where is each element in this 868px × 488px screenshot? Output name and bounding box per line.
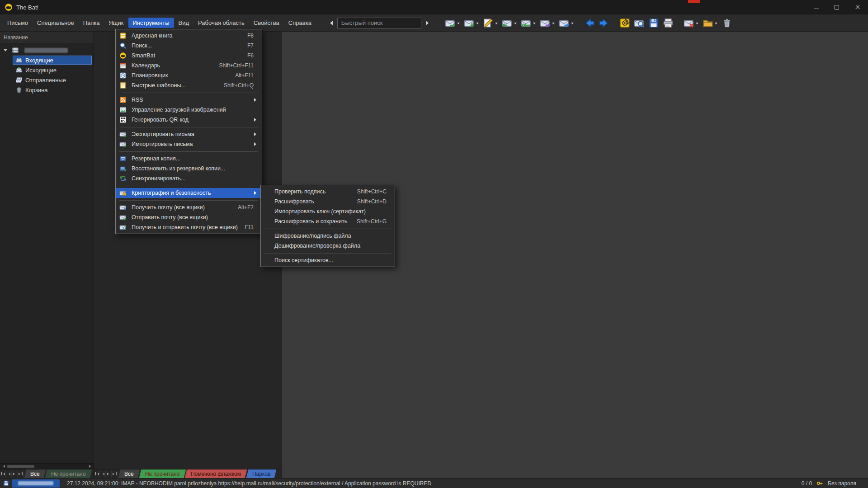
menubar-item-mailbox[interactable]: Ящик	[104, 18, 128, 28]
account-row[interactable]	[0, 45, 94, 55]
list-tab-parked[interactable]: Парков	[246, 469, 277, 478]
next-tab-button[interactable]	[12, 469, 18, 478]
search-mail-button[interactable]	[632, 16, 646, 30]
delete-button[interactable]	[682, 16, 701, 30]
move-to-folder-button[interactable]	[701, 16, 720, 30]
maximize-button[interactable]	[826, 0, 847, 14]
list-next-tab-button[interactable]	[106, 469, 112, 478]
dropdown-arrow-icon[interactable]	[715, 23, 717, 26]
list-tab-unread[interactable]: Не прочитано	[139, 469, 185, 478]
reply-button[interactable]	[500, 16, 519, 30]
menubar-item-workspace[interactable]: Рабочая область	[193, 18, 249, 28]
menu-item-search[interactable]: Поиск... F7	[116, 41, 262, 51]
submenu-item-search-certificates[interactable]: Поиск сертификатов...	[261, 255, 395, 265]
list-last-tab-button[interactable]	[112, 469, 118, 478]
first-tab-button[interactable]	[0, 469, 6, 478]
dropdown-arrow-icon[interactable]	[552, 23, 555, 26]
menubar-item-message[interactable]: Письмо	[3, 18, 33, 28]
menu-item-crypto[interactable]: Криптография и безопасность	[116, 188, 262, 198]
menubar-item-folder[interactable]: Папка	[79, 18, 104, 28]
menu-item-backup[interactable]: Резервная копия...	[116, 154, 262, 164]
list-first-tab-button[interactable]	[94, 469, 100, 478]
menu-item-quick-templates[interactable]: Быстрые шаблоны... Shift+Ctrl+Q	[116, 80, 262, 90]
list-prev-tab-button[interactable]	[100, 469, 106, 478]
get-new-mail-button[interactable]	[462, 16, 481, 30]
menubar-item-special[interactable]: Специальное	[33, 18, 79, 28]
folder-pane-header[interactable]: Название	[0, 32, 94, 43]
menu-item-image-download[interactable]: Управление загрузкой изображений	[116, 105, 262, 115]
submenu-item-verify-signature[interactable]: Проверить подпись Shift+Ctrl+C	[261, 187, 395, 197]
dropdown-arrow-icon[interactable]	[696, 23, 698, 26]
list-tab-all[interactable]: Все	[118, 469, 140, 478]
menu-item-send-mail-all[interactable]: Отправить почту (все ящики)	[116, 212, 262, 222]
submenu-item-import-key[interactable]: Импортировать ключ (сертификат)	[261, 206, 395, 216]
check-mail-button[interactable]	[443, 16, 462, 30]
menubar-item-help[interactable]: Справка	[284, 18, 316, 28]
mail-getsend-icon	[119, 224, 127, 231]
submenu-item-decrypt-save[interactable]: Расшифровать и сохранить Shift+Ctrl+G	[261, 216, 395, 226]
redirect-button[interactable]	[557, 16, 576, 30]
menu-item-export-mail[interactable]: Экспортировать письма	[116, 129, 262, 139]
dropdown-arrow-icon[interactable]	[571, 23, 574, 26]
last-tab-button[interactable]	[18, 469, 24, 478]
at-book-icon	[619, 18, 630, 28]
search-prev-button[interactable]	[326, 18, 336, 28]
shortcut-label: Shift+Ctrl+Q	[224, 82, 254, 89]
folder-outbox[interactable]: Исходящие	[0, 65, 94, 75]
menu-item	[116, 149, 262, 154]
menu-item-import-mail[interactable]: Импортировать письма	[116, 139, 262, 149]
password-status[interactable]: Без пароля	[828, 480, 856, 487]
menu-item-sync[interactable]: Синхронизировать...	[116, 174, 262, 183]
folder-inbox[interactable]: Входящие	[0, 55, 94, 65]
address-book-button[interactable]	[618, 16, 632, 30]
menu-item-get-send-all[interactable]: Получить и отправить почту (все ящики) F…	[116, 222, 262, 232]
menu-item-smartbat[interactable]: SmartBat F6	[116, 51, 262, 61]
dropdown-arrow-icon[interactable]	[514, 23, 517, 26]
expander-icon[interactable]	[2, 47, 9, 54]
minimize-button[interactable]	[806, 0, 826, 14]
prev-unread-button[interactable]	[582, 16, 597, 30]
folder-sent[interactable]: Отправленные	[0, 75, 94, 85]
menu-item-restore[interactable]: Восстановить из резервной копии...	[116, 164, 262, 174]
quick-search-input[interactable]	[337, 18, 421, 28]
scrollbar-thumb[interactable]	[7, 465, 34, 468]
menu-item-qr-code[interactable]: Генерировать QR-код	[116, 115, 262, 125]
new-message-button[interactable]	[481, 16, 500, 30]
submenu-item-decrypt-verify-file[interactable]: Дешифрование/проверка файла	[261, 241, 395, 251]
reply-all-button[interactable]	[519, 16, 538, 30]
menu-item-rss[interactable]: RSS	[116, 95, 262, 105]
sidebar-tab-unread[interactable]: Не прочитано	[45, 469, 91, 478]
menu-item-get-mail-all[interactable]: Получить почту (все ящики) Alt+F2	[116, 202, 262, 212]
search-next-button[interactable]	[423, 18, 433, 28]
print-icon	[663, 18, 674, 28]
toolbar	[326, 16, 734, 30]
dropdown-arrow-icon[interactable]	[495, 23, 498, 26]
menu-item-calendar[interactable]: Календарь Shift+Ctrl+F11	[116, 61, 262, 70]
close-button[interactable]	[847, 0, 868, 14]
rss-icon	[119, 96, 127, 103]
menu-item-scheduler[interactable]: Планировщик Alt+F11	[116, 70, 262, 80]
menubar-item-properties[interactable]: Свойства	[249, 18, 284, 28]
prev-tab-button[interactable]	[6, 469, 12, 478]
print-button[interactable]	[661, 16, 675, 30]
menubar-item-view[interactable]: Вид	[174, 18, 194, 28]
submenu-item-encrypt-sign-file[interactable]: Шифрование/подпись файла	[261, 231, 395, 241]
trash-button[interactable]	[720, 16, 734, 30]
save-message-button[interactable]	[646, 16, 661, 30]
sidebar-tab-all[interactable]: Все	[24, 469, 46, 478]
dropdown-arrow-icon[interactable]	[533, 23, 536, 26]
folder-trash[interactable]: Корзина	[0, 85, 94, 95]
submenu-item-decrypt[interactable]: Расшифровать Shift+Ctrl+D	[261, 197, 395, 206]
status-account-tab[interactable]	[12, 479, 60, 488]
scroll-right-button[interactable]	[87, 464, 94, 469]
next-unread-button[interactable]	[597, 16, 611, 30]
menubar-item-tools[interactable]: Инструменты	[128, 18, 174, 28]
menu-item-address-book[interactable]: Адресная книга F8	[116, 31, 262, 41]
scroll-left-button[interactable]	[0, 464, 6, 469]
mail-down-green-icon	[464, 18, 475, 28]
list-tab-flagged[interactable]: Помечено флажком	[185, 469, 247, 478]
dropdown-arrow-icon[interactable]	[457, 23, 460, 26]
sidebar-horizontal-scrollbar[interactable]	[0, 463, 94, 469]
dropdown-arrow-icon[interactable]	[476, 23, 479, 26]
forward-button[interactable]	[538, 16, 557, 30]
